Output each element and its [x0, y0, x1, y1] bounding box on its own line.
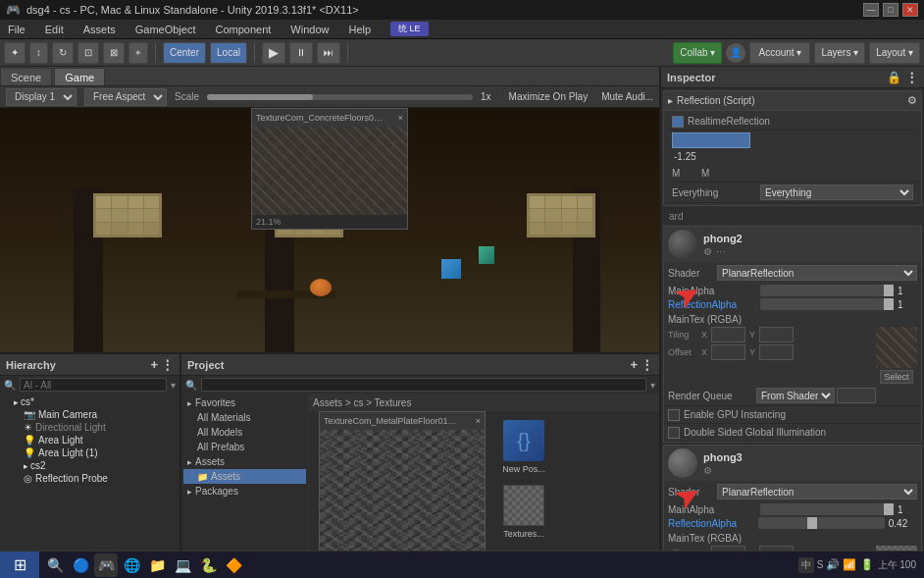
section-settings-icon[interactable]: ⚙ [907, 94, 917, 107]
lang-indicator: 中 [798, 557, 814, 573]
hierarchy-item-reflprobe[interactable]: ◎ Reflection Probe [2, 472, 178, 485]
phong3-shader-select[interactable]: PlanarReflection [717, 484, 917, 499]
transform-hand[interactable]: ✦ [4, 42, 26, 64]
favorites-folder[interactable]: ▸ Favorites [183, 395, 306, 410]
hierarchy-more-icon[interactable]: ⋮ [161, 357, 174, 372]
layout-btn[interactable]: Layout ▾ [869, 42, 920, 64]
hierarchy-item-arealight2[interactable]: 💡 Area Light (1) [2, 447, 178, 459]
taskbar-cortana[interactable]: 🔵 [69, 553, 92, 577]
phong2-tiling-x[interactable]: 1 [711, 327, 745, 342]
collab-btn[interactable]: Collab ▾ [673, 42, 722, 64]
phong2-shader-select[interactable]: PlanarReflection [717, 265, 917, 281]
reflection-script-header[interactable]: ▸ Reflection (Script) ⚙ [664, 91, 921, 111]
taskbar-files[interactable]: 📁 [145, 553, 169, 577]
close-btn[interactable]: ✕ [902, 3, 918, 17]
display-dropdown[interactable]: Display 1 [6, 88, 77, 106]
hierarchy-item-arealight1[interactable]: 💡 Area Light [2, 434, 178, 447]
hierarchy-item-maincamera[interactable]: 📷 Main Camera [2, 408, 178, 421]
project-add-icon[interactable]: + [630, 357, 638, 372]
taskbar-vscode[interactable]: 💻 [171, 553, 194, 577]
hierarchy-item-cs2[interactable]: ▸ cs2 [2, 459, 178, 472]
hierarchy-search-input[interactable] [20, 378, 167, 392]
menu-gameobject[interactable]: GameObject [131, 22, 200, 37]
texture-close-2[interactable]: × [476, 416, 481, 426]
phong2-settings-icon[interactable]: ⚙ [703, 246, 712, 257]
maximize-btn[interactable]: □ [883, 3, 898, 17]
project-filter-icon[interactable]: ▾ [650, 380, 655, 391]
phong2-maintex-label: MainTex (RGBA) [668, 314, 917, 325]
asset-textures[interactable]: Textures... [494, 480, 553, 541]
minimize-btn[interactable]: — [863, 3, 879, 17]
hierarchy-item-dirlight[interactable]: ☀ Directional Light [2, 421, 178, 434]
phong2-mainalpha-slider[interactable] [760, 285, 894, 296]
inspector-lock-icon[interactable]: 🔒 [887, 71, 901, 84]
phong2-renderqueue-value[interactable]: 2000 [837, 388, 876, 403]
hierarchy-item-label-dirlight: Directional Light [35, 422, 106, 433]
menu-assets[interactable]: Assets [79, 22, 120, 37]
pause-btn[interactable]: ⏸ [289, 42, 313, 64]
mute-label[interactable]: Mute Audi... [601, 91, 653, 102]
phong3-reflalpha-label[interactable]: ReflectionAlpha [668, 518, 754, 529]
inspector-more-icon[interactable]: ⋮ [905, 70, 918, 84]
menu-window[interactable]: Window [286, 22, 333, 37]
pivot-local[interactable]: Local [210, 42, 247, 64]
menu-component[interactable]: Component [211, 22, 275, 37]
phong2-offset-x[interactable]: 0 [711, 344, 745, 360]
pivot-center[interactable]: Center [163, 42, 206, 64]
tree-all-materials[interactable]: All Materials [183, 410, 306, 425]
transform-scale[interactable]: ⊡ [77, 42, 99, 64]
phong3-mainalpha-slider[interactable] [760, 503, 894, 515]
taskbar-unity[interactable]: 🎮 [94, 553, 118, 577]
phong2-select-btn[interactable]: Select [880, 370, 912, 384]
script-value-1[interactable]: 64 [672, 132, 750, 148]
transform-move[interactable]: ↕ [29, 42, 48, 64]
tree-packages[interactable]: ▸ Packages [183, 484, 306, 499]
phong2-tiling-y[interactable]: 1 [759, 327, 794, 342]
phong2-reflalpha-label[interactable]: ReflectionAlpha [668, 299, 756, 310]
menu-file[interactable]: File [4, 22, 29, 37]
play-btn[interactable]: ▶ [262, 42, 285, 64]
teal-object [479, 246, 494, 264]
tab-scene[interactable]: Scene [0, 68, 52, 85]
tree-cs-assets[interactable]: 📁 Assets [183, 469, 306, 484]
aspect-dropdown[interactable]: Free Aspect [84, 88, 167, 106]
everything-select[interactable]: Everything [760, 184, 913, 200]
phong2-gpu-checkbox[interactable] [668, 409, 680, 421]
project-search-input[interactable] [201, 378, 646, 392]
realtime-checkbox[interactable] [672, 116, 684, 128]
transform-all[interactable]: ⌖ [128, 42, 148, 64]
phong2-doublesided-checkbox[interactable] [668, 427, 680, 439]
taskbar-python[interactable]: 🐍 [196, 553, 220, 577]
taskbar-chrome[interactable]: 🌐 [120, 553, 143, 577]
phong2-offset-y[interactable]: 0 [759, 344, 794, 360]
layers-btn[interactable]: Layers ▾ [814, 42, 865, 64]
phong2-renderqueue-select[interactable]: From Shader [756, 388, 835, 403]
asset-newpos[interactable]: {} New Pos... [494, 415, 553, 476]
hierarchy-item-cs[interactable]: ▸ cs* [2, 395, 178, 408]
tree-all-models[interactable]: All Models [183, 425, 306, 440]
transform-rotate[interactable]: ↻ [52, 42, 74, 64]
phong2-reflalpha-slider[interactable] [760, 298, 894, 310]
hierarchy-filter-icon[interactable]: ▾ [171, 380, 176, 391]
phong3-reflalpha-slider[interactable] [758, 517, 885, 529]
maximize-label[interactable]: Maximize On Play [509, 91, 589, 102]
texture-close-1[interactable]: × [398, 113, 403, 123]
start-button[interactable]: ⊞ [0, 552, 39, 579]
phong2-more-icon[interactable]: ⋯ [716, 246, 726, 257]
phong3-settings-icon[interactable]: ⚙ [703, 465, 712, 476]
hierarchy-add-icon[interactable]: + [150, 357, 158, 372]
step-btn[interactable]: ⏭ [317, 42, 340, 64]
account-btn[interactable]: Account ▾ [749, 42, 810, 64]
menu-edit[interactable]: Edit [41, 22, 68, 37]
taskbar-blender[interactable]: 🔶 [222, 553, 245, 577]
transform-rect[interactable]: ⊠ [103, 42, 125, 64]
tree-all-prefabs[interactable]: All Prefabs [183, 440, 306, 454]
scale-slider[interactable] [207, 94, 473, 100]
menu-help[interactable]: Help [344, 22, 375, 37]
project-more-icon[interactable]: ⋮ [641, 357, 653, 372]
tab-game[interactable]: Game [54, 68, 105, 85]
reflection-script-section: ▸ Reflection (Script) ⚙ RealtimeReflecti… [663, 90, 922, 206]
taskbar-search[interactable]: 🔍 [43, 553, 67, 577]
tree-assets[interactable]: ▸ Assets [183, 454, 306, 469]
offset-y-label: Y [749, 347, 755, 357]
